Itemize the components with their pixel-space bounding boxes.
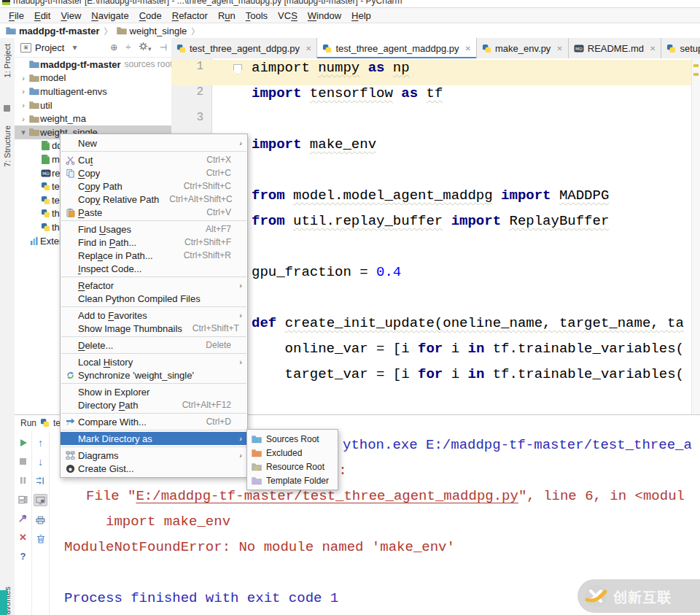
editor-tab-test_three_agent_maddpgpy[interactable]: test_three_agent_maddpg.py✕ <box>317 38 477 58</box>
menu-file[interactable]: File <box>4 9 29 23</box>
menu-item-diagrams[interactable]: Diagrams› <box>61 449 247 462</box>
submenu-item-excluded[interactable]: Excluded <box>247 446 338 460</box>
tree-item-maddpg-tf-master[interactable]: maddpg-tf-mastersources root, E:\ <box>15 58 171 71</box>
breadcrumb-item-maddpg-tf-master[interactable]: maddpg-tf-master <box>6 26 100 36</box>
tree-chevron-icon[interactable]: › <box>19 101 28 109</box>
menu-item-label: Show in Explorer <box>78 387 231 398</box>
menu-item-mark-directory-as[interactable]: Mark Directory as› <box>61 432 247 445</box>
file-link[interactable]: E:/maddpg-tf-master/test_three_agent_mad… <box>136 488 518 504</box>
menu-refactor[interactable]: Refactor <box>167 9 213 23</box>
skip-button[interactable] <box>34 475 47 486</box>
menu-item-compare-with[interactable]: Compare With...Ctrl+D <box>61 415 247 428</box>
error-stripe-mark[interactable] <box>693 73 699 76</box>
close-button[interactable]: ✕ <box>17 532 29 543</box>
chevron-down-icon[interactable]: ▾ <box>72 42 77 53</box>
menu-separator <box>61 306 246 307</box>
file-py <box>41 209 50 218</box>
tree-item-weight_ma[interactable]: ›weight_ma <box>15 112 171 125</box>
menu-item-find-in-path[interactable]: Find in Path...Ctrl+Shift+F <box>61 236 247 249</box>
tree-item-multiagent-envs[interactable]: ›multiagent-envs <box>15 85 171 98</box>
run-toolbar-left: ✕? <box>15 431 32 615</box>
code-line-13: 13 target_var = [i for i in tf.trainable… <box>171 366 700 392</box>
menu-item-find-usages[interactable]: Find UsagesAlt+F7 <box>61 223 247 236</box>
tree-chevron-icon[interactable]: › <box>19 87 28 96</box>
menu-item-show-image-thumbnails[interactable]: Show Image ThumbnailsCtrl+Shift+T <box>61 322 247 335</box>
close-tab-icon[interactable]: ✕ <box>465 45 471 53</box>
file-py <box>41 196 50 205</box>
menu-edit[interactable]: Edit <box>29 9 55 23</box>
menu-item-label: Refactor <box>78 280 231 291</box>
code-editor[interactable]: 1aimport numpy as np2import tensorflow a… <box>171 58 700 414</box>
tool-window-icon[interactable] <box>4 105 10 112</box>
hide-icon[interactable]: ⊣ <box>160 42 167 53</box>
svg-text:MD: MD <box>575 46 583 51</box>
close-tab-icon[interactable]: ✕ <box>556 45 562 53</box>
tool-window-tab-structure[interactable]: 7: Structure <box>0 125 15 167</box>
menu-item-paste[interactable]: PasteCtrl+V <box>61 206 247 219</box>
menu-view[interactable]: View <box>55 9 86 23</box>
menu-item-copy-path[interactable]: Copy PathCtrl+Shift+C <box>61 179 247 193</box>
menu-item-replace-in-path[interactable]: Replace in Path...Ctrl+Shift+R <box>61 249 247 262</box>
menu-item-directory-path[interactable]: Directory PathCtrl+Alt+F12 <box>61 398 247 411</box>
monitor-button[interactable] <box>34 494 47 506</box>
menu-item-inspect-code[interactable]: Inspect Code... <box>61 262 247 275</box>
tree-item-util[interactable]: ›util <box>15 98 171 112</box>
menu-help[interactable]: Help <box>346 9 376 23</box>
menu-item-local-history[interactable]: Local History› <box>61 355 247 368</box>
menu-item-create-gist[interactable]: Create Gist... <box>61 462 247 475</box>
settings-icon[interactable]: ▾ <box>139 42 152 53</box>
submenu-arrow-icon: › <box>237 434 242 443</box>
close-tab-icon[interactable]: ✕ <box>650 45 656 53</box>
menu-window[interactable]: Window <box>303 9 346 23</box>
frames-button[interactable] <box>17 494 29 505</box>
submenu-item-resource-root[interactable]: Resource Root <box>247 460 338 473</box>
locate-icon[interactable]: ⊕ <box>110 42 117 53</box>
stop-button[interactable] <box>17 456 29 467</box>
menu-item-copy[interactable]: CopyCtrl+C <box>61 166 247 179</box>
menu-item-new[interactable]: New› <box>61 136 247 150</box>
tree-chevron-icon[interactable]: ▾ <box>19 128 28 137</box>
folder <box>29 74 39 82</box>
menu-item-copy-relative-path[interactable]: Copy Relative PathCtrl+Alt+Shift+C <box>61 193 247 206</box>
collapse-all-icon[interactable]: ÷ <box>125 42 131 53</box>
tree-chevron-icon[interactable]: › <box>19 74 28 82</box>
menu-item-refactor[interactable]: Refactor› <box>61 279 247 292</box>
app-icon <box>2 0 10 5</box>
menu-item-clean-python-compiled-files[interactable]: Clean Python Compiled Files <box>61 292 247 305</box>
menu-navigate[interactable]: Navigate <box>86 9 133 23</box>
code-line-2: 2import tensorflow as tf <box>171 85 700 111</box>
menu-item-show-in-explorer[interactable]: Show in Explorer <box>61 385 247 398</box>
run-button[interactable] <box>17 437 29 448</box>
menu-vcs[interactable]: VCS <box>273 9 303 23</box>
menu-item-add-to-favorites[interactable]: Add to Favorites› <box>61 309 247 322</box>
submenu-item-sources-root[interactable]: Sources Root <box>247 432 338 446</box>
pause-button[interactable] <box>17 475 29 486</box>
menu-item-synchronize-weight-single[interactable]: Synchronize 'weight_single' <box>61 368 247 382</box>
submenu-arrow-icon: › <box>237 311 242 320</box>
menu-code[interactable]: Code <box>134 9 167 23</box>
editor-tab-readmemd[interactable]: MDREADME.md✕ <box>569 38 662 58</box>
submenu-item-template-folder[interactable]: Template Folder <box>247 473 338 487</box>
menu-run[interactable]: Run <box>213 9 241 23</box>
menu-item-cut[interactable]: CutCtrl+X <box>61 153 247 166</box>
close-tab-icon[interactable]: ✕ <box>306 45 311 53</box>
error-stripe-mark[interactable] <box>693 64 699 67</box>
help-button[interactable]: ? <box>17 551 29 562</box>
project-panel-title[interactable]: Project <box>35 42 64 53</box>
menu-item-delete[interactable]: Delete...Delete <box>61 339 247 352</box>
tree-item-model[interactable]: ›model <box>15 71 171 85</box>
tree-chevron-icon[interactable]: › <box>19 115 28 123</box>
trash-button[interactable] <box>34 533 47 544</box>
tool-window-tab-project[interactable]: 1: Project <box>0 44 15 77</box>
pin-button[interactable] <box>17 513 29 524</box>
breadcrumb-item-weight_single[interactable]: weight_single <box>117 26 187 36</box>
menu-tools[interactable]: Tools <box>241 9 273 23</box>
editor-tab-make_envpy[interactable]: make_env.py✕ <box>477 38 569 58</box>
up-button[interactable]: ↑ <box>34 437 47 448</box>
run-tab-label[interactable]: Run <box>20 418 36 428</box>
editor-tab-test_three_agent_ddpgpy[interactable]: test_three_agent_ddpg.py✕ <box>171 38 317 58</box>
print-button[interactable] <box>34 514 47 525</box>
editor-tab-setuppy[interactable]: setup.py✕ <box>661 38 700 58</box>
editor-scrollbar[interactable] <box>691 58 700 414</box>
down-button[interactable]: ↓ <box>34 456 47 467</box>
